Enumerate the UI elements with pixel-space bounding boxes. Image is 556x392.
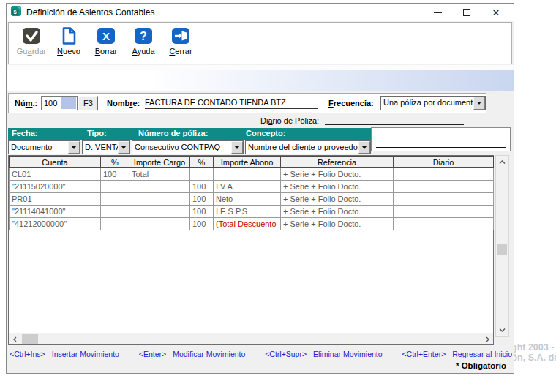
grid-body: CL01100Total+ Serie + Folio Docto."21115…	[10, 168, 494, 230]
table-row[interactable]: "21115020000"100I.V.A.+ Serie + Folio Do…	[10, 181, 494, 193]
table-cell	[129, 206, 190, 218]
close-icon: ✕	[492, 8, 500, 18]
chevron-down-icon	[72, 146, 76, 149]
tipo-value: D. VENTA	[83, 141, 118, 154]
close-button[interactable]: ✕	[481, 4, 511, 20]
frecuencia-select[interactable]: Una póliza por documento	[380, 96, 486, 110]
fecha-value: Documento	[9, 141, 68, 154]
tipo-dropdown-button[interactable]	[118, 141, 129, 154]
table-row[interactable]: "21114041000"100I.E.S.P.S+ Serie + Folio…	[10, 206, 494, 218]
column-header[interactable]: Referencia	[281, 157, 394, 168]
concepto-extra-input[interactable]	[376, 147, 506, 148]
tipo-select[interactable]: D. VENTA	[82, 140, 130, 154]
movements-grid: Cuenta%Importe Cargo%Importe AbonoRefere…	[8, 155, 494, 345]
concepto-extra-box	[371, 127, 511, 151]
shortcut-action: Insertar Movimiento	[52, 350, 119, 358]
column-header[interactable]: Importe Abono	[214, 157, 281, 168]
scroll-right-icon[interactable]	[481, 333, 493, 344]
numero-poliza-select[interactable]: Consecutivo CONTPAQ	[132, 140, 244, 154]
vertical-scrollbar-thumb[interactable]	[497, 244, 507, 255]
table-cell: + Serie + Folio Docto.	[281, 181, 394, 193]
chevron-down-icon	[121, 146, 126, 149]
num-value: 100	[44, 99, 57, 108]
shortcut-key: <Enter>	[139, 350, 166, 358]
save-check-icon	[21, 26, 42, 46]
new-button-label: Nuevo	[57, 47, 80, 56]
column-header[interactable]: %	[190, 157, 214, 168]
scroll-left-icon[interactable]	[9, 333, 21, 344]
maximize-button[interactable]	[452, 4, 481, 20]
help-button[interactable]: ? Ayuda	[127, 26, 160, 56]
diario-poliza-input[interactable]	[325, 116, 464, 125]
frecuencia-value: Una póliza por documento	[381, 97, 473, 110]
table-cell	[394, 168, 494, 181]
save-button[interactable]: Guardar	[15, 26, 48, 56]
minimize-button[interactable]	[423, 4, 452, 20]
table-cell	[394, 206, 494, 218]
frecuencia-label: Frecuencia:	[328, 99, 374, 108]
shortcut-key: <Ctrl+Supr>	[265, 350, 307, 358]
table-cell: 100	[190, 193, 214, 206]
scroll-up-icon[interactable]	[496, 157, 508, 168]
obligatorio-note: * Obligatorio	[456, 361, 506, 370]
chevron-down-icon	[477, 102, 481, 105]
shortcut-action: Regresar al Inicio	[452, 350, 512, 358]
table-cell	[129, 193, 190, 206]
table-cell	[101, 193, 129, 206]
grid-header-row: Cuenta%Importe Cargo%Importe AbonoRefere…	[10, 157, 494, 168]
help-button-label: Ayuda	[132, 47, 155, 56]
column-header[interactable]: Diario	[394, 157, 494, 168]
horizontal-scrollbar[interactable]	[9, 333, 493, 344]
shortcut-hint: <Ctrl+Ins>Insertar Movimiento	[10, 350, 119, 358]
scroll-down-icon[interactable]	[496, 324, 508, 336]
new-button[interactable]: Nuevo	[52, 26, 86, 56]
close-window-button[interactable]: Cerrar	[164, 26, 198, 56]
table-row[interactable]: CL01100Total+ Serie + Folio Docto.	[10, 168, 494, 181]
column-header[interactable]: %	[101, 157, 129, 168]
concepto-select[interactable]: Nombre del cliente o proveedor	[245, 140, 371, 154]
column-header[interactable]: Cuenta	[10, 157, 101, 168]
f3-lookup-button[interactable]: F3	[78, 96, 98, 110]
table-cell: CL01	[10, 168, 101, 181]
app-icon: $	[10, 5, 22, 20]
delete-button[interactable]: X Borrar	[89, 26, 123, 56]
chevron-down-icon	[235, 146, 239, 149]
table-cell: "21114041000"	[10, 206, 101, 218]
background-copyright-fragment: ión, S.A. de	[509, 353, 556, 363]
num-input[interactable]: 100	[41, 96, 78, 110]
save-button-label: Guardar	[17, 47, 46, 56]
fecha-select[interactable]: Documento	[8, 140, 80, 154]
table-cell: PR01	[10, 193, 101, 206]
nombre-label: Nombre:	[107, 99, 140, 108]
table-cell	[394, 193, 494, 206]
table-cell	[129, 218, 190, 230]
table-cell: 100	[190, 206, 214, 218]
table-cell	[129, 181, 190, 193]
delete-x-icon: X	[96, 26, 116, 46]
toolbar-spacer	[7, 65, 514, 70]
tipo-label: Tipo:	[87, 129, 107, 137]
window-title: Definición de Asientos Contables	[26, 7, 423, 18]
horizontal-scrollbar-thumb[interactable]	[22, 334, 38, 344]
nombre-input[interactable]: FACTURA DE CONTADO TIENDA BTZ	[145, 98, 318, 109]
definition-fields-panel: Núm.: 100 F3 Nombre: FACTURA DE CONTADO …	[8, 93, 487, 113]
num-selection-highlight	[61, 97, 76, 109]
table-cell: I.V.A.	[214, 181, 281, 193]
table-cell: Total	[129, 168, 190, 181]
fecha-dropdown-button[interactable]	[68, 141, 80, 154]
table-row[interactable]: PR01100Neto+ Serie + Folio Docto.	[10, 193, 494, 206]
numero-poliza-label: Número de póliza:	[138, 129, 208, 137]
numero-poliza-value: Consecutivo CONTPAQ	[132, 141, 231, 154]
shortcut-action: Modificar Movimiento	[173, 350, 245, 358]
shortcut-key: <Ctrl+Enter>	[402, 350, 446, 358]
shortcut-hint: <Ctrl+Enter>Regresar al Inicio	[402, 350, 512, 358]
vertical-scrollbar[interactable]	[495, 155, 509, 337]
table-cell: (Total Descuento	[214, 218, 281, 230]
diario-poliza-label: Diario de Póliza:	[260, 116, 319, 125]
column-header[interactable]: Importe Cargo	[129, 157, 190, 168]
num-label: Núm.:	[15, 99, 37, 108]
frecuencia-dropdown-button[interactable]	[473, 97, 485, 110]
numero-dropdown-button[interactable]	[231, 141, 243, 154]
table-row[interactable]: "41212000000"100(Total Descuento+ Serie …	[10, 218, 494, 230]
concepto-dropdown-button[interactable]	[358, 141, 370, 154]
